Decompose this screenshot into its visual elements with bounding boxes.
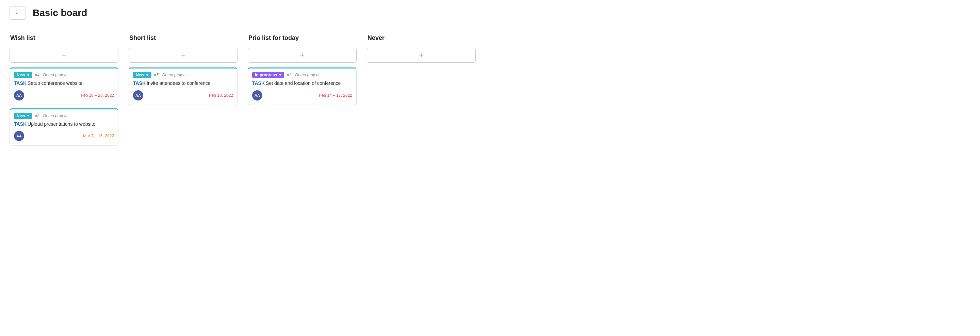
add-card-button-short-list[interactable]: + — [129, 48, 237, 63]
column-never: Never+ — [367, 34, 476, 64]
page-title: Basic board — [33, 8, 87, 18]
back-button[interactable]: ← — [10, 6, 26, 20]
column-wish-list: Wish list+New ▼#4 - Demo projectTASKSetu… — [10, 34, 118, 146]
card-meta-card-3: #3 - Demo project — [287, 73, 319, 77]
card-footer-card-5: AAFeb 18, 2022 — [133, 90, 233, 101]
column-short-list: Short list+New ▼#5 - Demo projectTASKInv… — [129, 34, 237, 105]
column-title-never: Never — [367, 34, 476, 42]
card-footer-card-3: AAFeb 14 – 17, 2022 — [252, 90, 352, 101]
card-header-card-5: New ▼#5 - Demo project — [133, 72, 233, 78]
card-header-card-4: New ▼#4 - Demo project — [14, 72, 114, 78]
card-footer-card-4: AAFeb 18 – 28, 2022 — [14, 90, 114, 101]
card-task-card-8: TASKUpload presentations to website — [14, 121, 114, 128]
column-title-short-list: Short list — [129, 34, 237, 42]
add-card-button-wish-list[interactable]: + — [10, 48, 118, 63]
card-header-card-3: In progress ▼#3 - Demo project — [252, 72, 352, 78]
badge-arrow: ▼ — [27, 73, 30, 77]
card-meta-card-4: #4 - Demo project — [35, 73, 67, 77]
card-footer-card-8: AAMar 7 – 16, 2022 — [14, 131, 114, 141]
add-card-button-never[interactable]: + — [367, 48, 476, 63]
add-card-button-prio-list[interactable]: + — [248, 48, 356, 63]
column-title-wish-list: Wish list — [10, 34, 118, 42]
card-card-8[interactable]: New ▼#8 - Demo projectTASKUpload present… — [10, 108, 118, 146]
card-meta-card-5: #5 - Demo project — [154, 73, 186, 77]
task-label: TASK — [252, 80, 265, 86]
badge-arrow: ▼ — [27, 114, 30, 118]
column-prio-list: Prio list for today+In progress ▼#3 - De… — [248, 34, 356, 105]
task-label: TASK — [14, 80, 27, 86]
task-label: TASK — [133, 80, 146, 86]
card-task-card-4: TASKSetup conference website — [14, 80, 114, 87]
board: Wish list+New ▼#4 - Demo projectTASKSetu… — [0, 24, 980, 156]
card-task-card-5: TASKInvite attendees to conference — [133, 80, 233, 87]
status-badge-card-3[interactable]: In progress ▼ — [252, 72, 284, 78]
page-header: ← Basic board — [0, 0, 980, 24]
card-card-4[interactable]: New ▼#4 - Demo projectTASKSetup conferen… — [10, 67, 118, 105]
card-header-card-8: New ▼#8 - Demo project — [14, 113, 114, 119]
badge-arrow: ▼ — [146, 73, 149, 77]
status-badge-card-5[interactable]: New ▼ — [133, 72, 151, 78]
task-label: TASK — [14, 121, 27, 127]
date-range-card-4: Feb 18 – 28, 2022 — [81, 93, 114, 98]
avatar-card-8: AA — [14, 131, 24, 141]
card-card-5[interactable]: New ▼#5 - Demo projectTASKInvite attende… — [129, 67, 237, 105]
avatar-card-4: AA — [14, 90, 24, 101]
date-range-card-3: Feb 14 – 17, 2022 — [319, 93, 352, 98]
avatar-card-5: AA — [133, 90, 143, 101]
status-badge-card-8[interactable]: New ▼ — [14, 113, 32, 119]
status-badge-card-4[interactable]: New ▼ — [14, 72, 32, 78]
avatar-card-3: AA — [252, 90, 262, 101]
card-task-card-3: TASKSet date and location of conference — [252, 80, 352, 87]
date-range-card-8: Mar 7 – 16, 2022 — [83, 134, 114, 138]
date-range-card-5: Feb 18, 2022 — [209, 93, 233, 98]
card-card-3[interactable]: In progress ▼#3 - Demo projectTASKSet da… — [248, 67, 356, 105]
badge-arrow: ▼ — [278, 73, 282, 77]
card-meta-card-8: #8 - Demo project — [35, 114, 67, 118]
column-title-prio-list: Prio list for today — [248, 34, 356, 42]
